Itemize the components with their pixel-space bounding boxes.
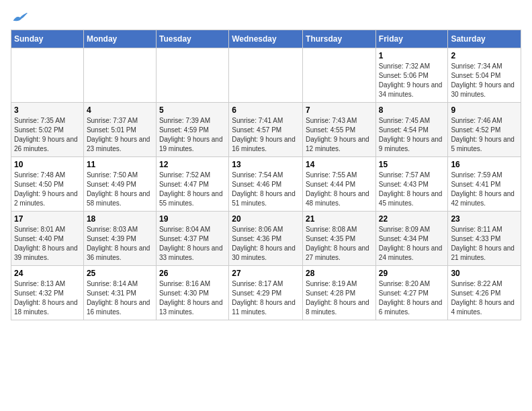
day-info: Sunrise: 7:57 AMSunset: 4:43 PMDaylight:… [379,171,445,208]
day-number: 22 [379,214,445,224]
day-number: 11 [87,160,153,169]
day-info: Sunrise: 7:59 AMSunset: 4:41 PMDaylight:… [451,171,518,208]
day-info: Sunrise: 8:16 AMSunset: 4:30 PMDaylight:… [159,279,226,317]
day-number: 9 [451,105,518,115]
day-number: 15 [379,160,445,169]
day-info: Sunrise: 8:19 AMSunset: 4:28 PMDaylight:… [306,279,373,317]
calendar-cell: 30Sunrise: 8:22 AMSunset: 4:26 PMDayligh… [448,266,521,320]
day-info: Sunrise: 7:35 AMSunset: 5:02 PMDaylight:… [14,116,81,154]
calendar-cell: 29Sunrise: 8:20 AMSunset: 4:27 PMDayligh… [375,266,448,320]
calendar-cell: 12Sunrise: 7:52 AMSunset: 4:47 PMDayligh… [156,157,228,212]
day-number: 23 [451,214,518,224]
day-info: Sunrise: 7:46 AMSunset: 4:52 PMDaylight:… [451,116,518,154]
day-info: Sunrise: 7:45 AMSunset: 4:54 PMDaylight:… [379,116,445,154]
calendar: SundayMondayTuesdayWednesdayThursdayFrid… [11,30,521,320]
calendar-cell: 18Sunrise: 8:03 AMSunset: 4:39 PMDayligh… [83,212,156,266]
day-number: 7 [306,105,373,115]
calendar-cell: 16Sunrise: 7:59 AMSunset: 4:41 PMDayligh… [448,157,521,212]
day-info: Sunrise: 7:32 AMSunset: 5:06 PMDaylight:… [379,62,445,99]
day-number: 18 [87,214,153,224]
calendar-cell: 19Sunrise: 8:04 AMSunset: 4:37 PMDayligh… [156,212,228,266]
calendar-header-tuesday: Tuesday [156,30,228,48]
calendar-cell: 15Sunrise: 7:57 AMSunset: 4:43 PMDayligh… [375,157,448,212]
day-number: 17 [14,214,81,224]
calendar-cell [156,48,228,103]
calendar-cell: 22Sunrise: 8:09 AMSunset: 4:34 PMDayligh… [375,212,448,266]
day-info: Sunrise: 8:01 AMSunset: 4:40 PMDaylight:… [14,225,81,263]
calendar-cell: 25Sunrise: 8:14 AMSunset: 4:31 PMDayligh… [83,266,156,320]
calendar-cell: 1Sunrise: 7:32 AMSunset: 5:06 PMDaylight… [375,48,448,103]
day-number: 29 [379,269,445,278]
calendar-header-friday: Friday [375,30,448,48]
day-number: 3 [14,105,81,115]
day-info: Sunrise: 8:09 AMSunset: 4:34 PMDaylight:… [379,225,445,263]
day-number: 1 [379,51,445,60]
day-info: Sunrise: 7:41 AMSunset: 4:57 PMDaylight:… [232,116,300,154]
calendar-header-thursday: Thursday [303,30,376,48]
day-number: 5 [159,105,226,115]
calendar-cell: 26Sunrise: 8:16 AMSunset: 4:30 PMDayligh… [156,266,228,320]
calendar-cell: 7Sunrise: 7:43 AMSunset: 4:55 PMDaylight… [303,103,376,157]
calendar-cell: 5Sunrise: 7:39 AMSunset: 4:59 PMDaylight… [156,103,228,157]
day-number: 30 [451,269,518,278]
day-info: Sunrise: 7:55 AMSunset: 4:44 PMDaylight:… [306,171,373,208]
day-number: 4 [87,105,153,115]
day-info: Sunrise: 8:03 AMSunset: 4:39 PMDaylight:… [87,225,153,263]
day-number: 8 [379,105,445,115]
day-info: Sunrise: 7:43 AMSunset: 4:55 PMDaylight:… [306,116,373,154]
day-info: Sunrise: 8:08 AMSunset: 4:35 PMDaylight:… [306,225,373,263]
calendar-cell: 3Sunrise: 7:35 AMSunset: 5:02 PMDaylight… [11,103,84,157]
calendar-week-5: 24Sunrise: 8:13 AMSunset: 4:32 PMDayligh… [11,266,521,320]
day-info: Sunrise: 8:20 AMSunset: 4:27 PMDaylight:… [379,279,445,317]
day-number: 14 [306,160,373,169]
calendar-header-saturday: Saturday [448,30,521,48]
day-info: Sunrise: 7:39 AMSunset: 4:59 PMDaylight:… [159,116,226,154]
day-info: Sunrise: 8:17 AMSunset: 4:29 PMDaylight:… [232,279,300,317]
calendar-cell: 23Sunrise: 8:11 AMSunset: 4:33 PMDayligh… [448,212,521,266]
day-number: 20 [232,214,300,224]
calendar-cell [229,48,303,103]
day-number: 13 [232,160,300,169]
day-info: Sunrise: 8:13 AMSunset: 4:32 PMDaylight:… [14,279,81,317]
calendar-cell: 2Sunrise: 7:34 AMSunset: 5:04 PMDaylight… [448,48,521,103]
day-info: Sunrise: 8:04 AMSunset: 4:37 PMDaylight:… [159,225,226,263]
calendar-cell: 20Sunrise: 8:06 AMSunset: 4:36 PMDayligh… [229,212,303,266]
day-number: 19 [159,214,226,224]
day-number: 2 [451,51,518,60]
calendar-cell: 21Sunrise: 8:08 AMSunset: 4:35 PMDayligh… [303,212,376,266]
day-number: 12 [159,160,226,169]
day-number: 26 [159,269,226,278]
day-number: 21 [306,214,373,224]
calendar-cell: 6Sunrise: 7:41 AMSunset: 4:57 PMDaylight… [229,103,303,157]
day-number: 24 [14,269,81,278]
page-header [11,11,521,24]
calendar-week-3: 10Sunrise: 7:48 AMSunset: 4:50 PMDayligh… [11,157,521,212]
day-number: 27 [232,269,300,278]
day-info: Sunrise: 7:34 AMSunset: 5:04 PMDaylight:… [451,62,518,99]
calendar-cell: 8Sunrise: 7:45 AMSunset: 4:54 PMDaylight… [375,103,448,157]
calendar-cell: 14Sunrise: 7:55 AMSunset: 4:44 PMDayligh… [303,157,376,212]
day-info: Sunrise: 8:22 AMSunset: 4:26 PMDaylight:… [451,279,518,317]
calendar-cell: 9Sunrise: 7:46 AMSunset: 4:52 PMDaylight… [448,103,521,157]
day-info: Sunrise: 8:06 AMSunset: 4:36 PMDaylight:… [232,225,300,263]
calendar-cell: 4Sunrise: 7:37 AMSunset: 5:01 PMDaylight… [83,103,156,157]
day-info: Sunrise: 7:52 AMSunset: 4:47 PMDaylight:… [159,171,226,208]
calendar-cell [11,48,84,103]
calendar-header-row: SundayMondayTuesdayWednesdayThursdayFrid… [11,30,521,48]
calendar-cell: 27Sunrise: 8:17 AMSunset: 4:29 PMDayligh… [229,266,303,320]
day-number: 28 [306,269,373,278]
logo [11,11,28,24]
calendar-week-2: 3Sunrise: 7:35 AMSunset: 5:02 PMDaylight… [11,103,521,157]
calendar-cell: 10Sunrise: 7:48 AMSunset: 4:50 PMDayligh… [11,157,84,212]
day-number: 10 [14,160,81,169]
day-number: 6 [232,105,300,115]
day-number: 16 [451,160,518,169]
calendar-header-sunday: Sunday [11,30,84,48]
day-info: Sunrise: 8:11 AMSunset: 4:33 PMDaylight:… [451,225,518,263]
day-info: Sunrise: 7:48 AMSunset: 4:50 PMDaylight:… [14,171,81,208]
calendar-cell: 24Sunrise: 8:13 AMSunset: 4:32 PMDayligh… [11,266,84,320]
calendar-cell: 17Sunrise: 8:01 AMSunset: 4:40 PMDayligh… [11,212,84,266]
calendar-cell: 13Sunrise: 7:54 AMSunset: 4:46 PMDayligh… [229,157,303,212]
day-info: Sunrise: 8:14 AMSunset: 4:31 PMDaylight:… [87,279,153,317]
calendar-cell: 28Sunrise: 8:19 AMSunset: 4:28 PMDayligh… [303,266,376,320]
